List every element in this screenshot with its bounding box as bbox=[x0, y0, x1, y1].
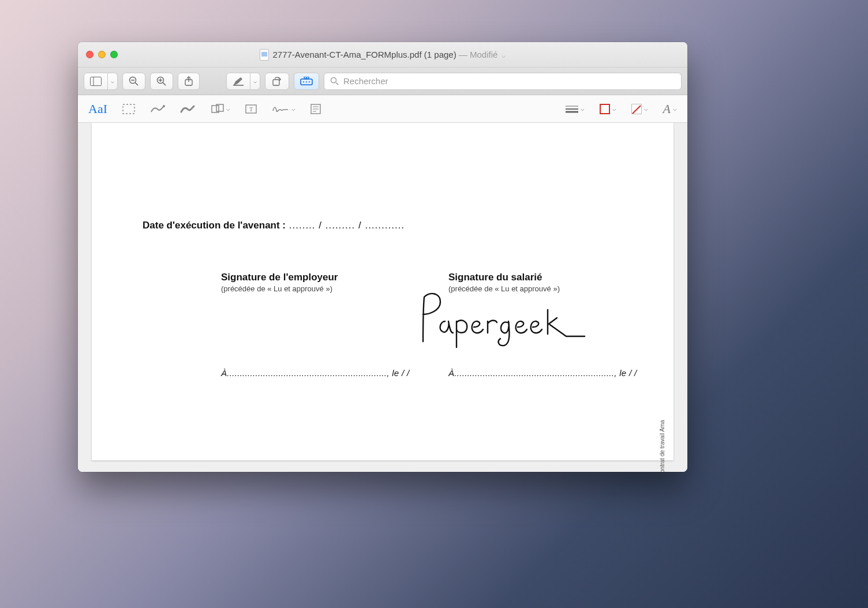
employer-signature-block: Signature de l'employeur (précédée de « … bbox=[221, 272, 440, 378]
document-canvas[interactable]: Date d'exécution de l'avenant : ........… bbox=[78, 123, 687, 472]
draw-tool[interactable] bbox=[180, 104, 195, 114]
border-color-tool[interactable]: ⌵ bbox=[600, 104, 616, 114]
employee-signature-line: À.......................................… bbox=[448, 368, 668, 378]
sidebar-toggle-group: ⌵ bbox=[84, 73, 118, 90]
search-input[interactable] bbox=[343, 76, 675, 86]
zoom-window-button[interactable] bbox=[110, 51, 118, 58]
text-style-tool[interactable]: A⌵ bbox=[663, 102, 677, 117]
zoom-in-button[interactable] bbox=[150, 73, 173, 90]
highlight-group: ⌵ bbox=[226, 73, 260, 90]
search-icon bbox=[330, 77, 339, 85]
window-title-suffix: — Modifié bbox=[459, 50, 498, 59]
svg-rect-22 bbox=[123, 104, 134, 114]
svg-rect-12 bbox=[233, 85, 244, 86]
app-window: 2777-Avenant-CT-Ama_FORMplus.pdf (1 page… bbox=[78, 42, 687, 472]
svg-point-18 bbox=[306, 81, 307, 82]
rotate-button[interactable] bbox=[265, 73, 289, 90]
date-label: Date d'exécution de l'avenant : bbox=[143, 220, 286, 231]
zoom-out-button[interactable] bbox=[122, 73, 145, 90]
svg-point-19 bbox=[309, 81, 310, 82]
highlight-dropdown-button[interactable]: ⌵ bbox=[250, 73, 260, 90]
svg-rect-13 bbox=[273, 80, 279, 85]
title-dropdown-icon[interactable]: ⌵ bbox=[502, 51, 506, 59]
svg-rect-0 bbox=[91, 77, 102, 85]
markup-toolbar-button[interactable] bbox=[294, 73, 319, 90]
svg-point-23 bbox=[163, 105, 165, 107]
employer-signature-line: À.......................................… bbox=[221, 368, 440, 378]
svg-point-20 bbox=[331, 78, 336, 83]
minimize-window-button[interactable] bbox=[98, 51, 106, 58]
fill-color-tool[interactable]: ⌵ bbox=[631, 104, 648, 114]
svg-point-17 bbox=[303, 81, 304, 82]
search-field[interactable] bbox=[324, 73, 682, 90]
markup-toolbar: AaI ⌵ T ⌵ ⌵ ⌵ ⌵ A⌵ bbox=[78, 95, 687, 123]
employer-signature-sub: (précédée de « Lu et approuvé ») bbox=[221, 284, 440, 293]
highlight-button[interactable] bbox=[226, 73, 250, 90]
border-color-swatch bbox=[600, 104, 610, 114]
svg-text:T: T bbox=[249, 106, 253, 112]
sidebar-button[interactable] bbox=[84, 73, 108, 90]
svg-line-3 bbox=[135, 82, 138, 85]
window-title-main: 2777-Avenant-CT-Ama_FORMplus.pdf (1 page… bbox=[272, 50, 456, 59]
titlebar: 2777-Avenant-CT-Ama_FORMplus.pdf (1 page… bbox=[78, 42, 687, 67]
fill-color-swatch bbox=[631, 104, 642, 114]
svg-line-6 bbox=[163, 82, 166, 85]
svg-line-21 bbox=[336, 82, 338, 85]
employee-signature-title: Signature du salarié bbox=[448, 272, 668, 283]
svg-marker-11 bbox=[234, 77, 242, 85]
shape-style-tool[interactable]: ⌵ bbox=[566, 105, 585, 113]
text-selection-tool[interactable]: AaI bbox=[88, 102, 107, 117]
window-controls bbox=[86, 51, 118, 58]
share-button[interactable] bbox=[178, 73, 200, 90]
shapes-tool[interactable]: ⌵ bbox=[211, 104, 230, 114]
window-title: 2777-Avenant-CT-Ama_FORMplus.pdf (1 page… bbox=[272, 50, 505, 59]
document-icon bbox=[260, 49, 269, 61]
rect-selection-tool[interactable] bbox=[122, 104, 135, 114]
sidebar-dropdown-button[interactable]: ⌵ bbox=[108, 73, 118, 90]
sketch-tool[interactable] bbox=[150, 104, 165, 114]
pdf-page: Date d'exécution de l'avenant : ........… bbox=[92, 123, 674, 460]
side-note: Réalisation : Acoss/Pajemploi - NAT/2777… bbox=[659, 420, 665, 472]
date-dots: ........ / ......... / ............ bbox=[286, 220, 405, 231]
employer-signature-title: Signature de l'employeur bbox=[221, 272, 440, 283]
close-window-button[interactable] bbox=[86, 51, 93, 58]
sign-tool[interactable]: ⌵ bbox=[272, 104, 295, 114]
main-toolbar: ⌵ ⌵ bbox=[78, 67, 687, 95]
text-tool[interactable]: T bbox=[245, 104, 257, 114]
handwritten-signature bbox=[411, 287, 596, 350]
date-line: Date d'exécution de l'avenant : ........… bbox=[143, 220, 405, 231]
note-tool[interactable] bbox=[310, 104, 321, 114]
